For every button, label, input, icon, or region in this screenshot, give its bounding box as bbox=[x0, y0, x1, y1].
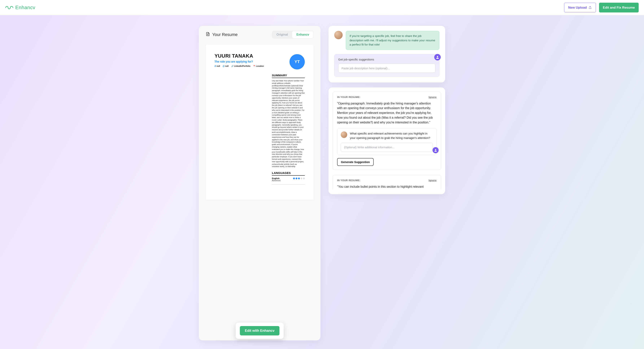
topbar-buttons: New Upload Edit and Fix Resume bbox=[564, 3, 639, 13]
dot-empty bbox=[303, 178, 305, 179]
your-resume-title: Your Resume bbox=[206, 32, 238, 37]
question-row: What specific and relevant achievements … bbox=[341, 131, 433, 140]
assistant-panel: If you're targeting a specific job, feel… bbox=[328, 26, 445, 83]
edit-fix-button[interactable]: Edit and Fix Resume bbox=[599, 3, 639, 13]
your-resume-label: Your Resume bbox=[212, 32, 238, 37]
language-name: English bbox=[272, 177, 280, 179]
assistant-avatar bbox=[334, 31, 343, 39]
view-tabs: Original Enhancv bbox=[272, 31, 314, 39]
suggestion-header: IN YOUR RESUME: Ignore bbox=[337, 179, 436, 182]
dot-filled bbox=[293, 178, 295, 179]
user-avatar-icon bbox=[432, 147, 439, 153]
upload-icon bbox=[588, 5, 592, 10]
tab-enhancv[interactable]: Enhancv bbox=[292, 31, 314, 38]
jobspec-input[interactable] bbox=[338, 64, 436, 73]
suggestions-column: If you're targeting a specific job, feel… bbox=[328, 26, 445, 340]
dot-filled bbox=[298, 178, 300, 179]
assistant-row: If you're targeting a specific job, feel… bbox=[334, 31, 440, 50]
suggestion-card: IN YOUR RESUME: Ignore "You can include … bbox=[333, 175, 441, 189]
language-level: Advanced bbox=[272, 179, 280, 182]
logo-icon bbox=[5, 5, 14, 10]
new-upload-label: New Upload bbox=[568, 6, 587, 10]
link-icon: 🔗 bbox=[231, 65, 234, 67]
jobspec-card: Get job-specific suggestions bbox=[334, 54, 440, 77]
language-dots bbox=[293, 178, 305, 179]
contact-location: 📍Location bbox=[253, 65, 264, 67]
ignore-link[interactable]: Ignore bbox=[428, 96, 436, 99]
suggestion-card: IN YOUR RESUME: Ignore "Opening paragrap… bbox=[333, 92, 441, 170]
assistant-question: What specific and relevant achievements … bbox=[350, 131, 433, 140]
in-your-resume-label: IN YOUR RESUME: bbox=[337, 179, 360, 182]
assistant-message: If you're targeting a specific job, feel… bbox=[346, 31, 440, 50]
suggestion-quote: "Opening paragraph: Immediately grab the… bbox=[337, 101, 436, 125]
generate-suggestion-button[interactable]: Generate Suggestion bbox=[337, 158, 374, 166]
languages-title: LANGUAGES bbox=[272, 171, 305, 176]
location-icon: 📍 bbox=[253, 65, 255, 67]
summary-title: SUMMARY bbox=[272, 74, 305, 78]
edit-with-enhancv-button[interactable]: Edit with Enhancv bbox=[240, 326, 279, 335]
resume-contact: ✆null @null 🔗LinkedIn/Portfolio 📍Locatio… bbox=[214, 65, 264, 67]
resume-identity: YUURI TANAKA The role you are applying f… bbox=[214, 53, 264, 70]
topbar: Enhancv New Upload Edit and Fix Resume bbox=[0, 0, 644, 15]
suggestion-quote: "You can include bullet points in this s… bbox=[337, 184, 436, 189]
contact-linkedin: 🔗LinkedIn/Portfolio bbox=[231, 65, 250, 67]
document-icon bbox=[206, 32, 210, 37]
tab-original[interactable]: Original bbox=[272, 31, 292, 38]
contact-email: @null bbox=[223, 65, 229, 67]
resume-panel: Your Resume Original Enhancv YUURI TANAK… bbox=[199, 26, 320, 340]
svg-point-1 bbox=[435, 149, 436, 150]
resume-avatar: YT bbox=[290, 54, 305, 70]
in-your-resume-label: IN YOUR RESUME: bbox=[337, 96, 360, 99]
resume-name: YUURI TANAKA bbox=[214, 53, 264, 59]
resume-role: The role you are applying for? bbox=[214, 60, 264, 63]
email-icon: @ bbox=[223, 65, 225, 67]
resume-panel-header: Your Resume Original Enhancv bbox=[206, 31, 314, 39]
dot-filled bbox=[296, 178, 297, 179]
svg-point-0 bbox=[437, 56, 438, 57]
assistant-question-card: What specific and relevant achievements … bbox=[337, 128, 436, 155]
assistant-avatar-small bbox=[341, 131, 347, 138]
contact-phone: ✆null bbox=[214, 65, 220, 67]
new-upload-button[interactable]: New Upload bbox=[564, 3, 596, 13]
brand-name: Enhancv bbox=[15, 5, 35, 11]
dot-empty bbox=[300, 178, 302, 179]
language-row: English Advanced bbox=[272, 177, 305, 182]
jobspec-title: Get job-specific suggestions bbox=[338, 58, 436, 61]
language-info: English Advanced bbox=[272, 177, 280, 182]
summary-text: City and State Your phone number Your em… bbox=[272, 80, 305, 168]
additional-info-input[interactable] bbox=[341, 143, 433, 152]
suggestions-panel: IN YOUR RESUME: Ignore "Opening paragrap… bbox=[328, 88, 445, 194]
resume-sheet: YUURI TANAKA The role you are applying f… bbox=[206, 45, 314, 200]
suggestion-header: IN YOUR RESUME: Ignore bbox=[337, 96, 436, 99]
edit-with-enhancv-label: Edit with Enhancv bbox=[245, 329, 274, 333]
phone-icon: ✆ bbox=[214, 65, 216, 67]
brand-logo: Enhancv bbox=[5, 5, 35, 11]
main-area: Your Resume Original Enhancv YUURI TANAK… bbox=[0, 15, 644, 349]
resume-header: YUURI TANAKA The role you are applying f… bbox=[214, 53, 305, 70]
resume-body: SUMMARY City and State Your phone number… bbox=[272, 74, 305, 184]
edit-float-card: Edit with Enhancv bbox=[236, 322, 284, 339]
user-avatar-icon bbox=[434, 54, 441, 61]
edit-fix-label: Edit and Fix Resume bbox=[603, 6, 635, 10]
ignore-link[interactable]: Ignore bbox=[428, 179, 436, 182]
